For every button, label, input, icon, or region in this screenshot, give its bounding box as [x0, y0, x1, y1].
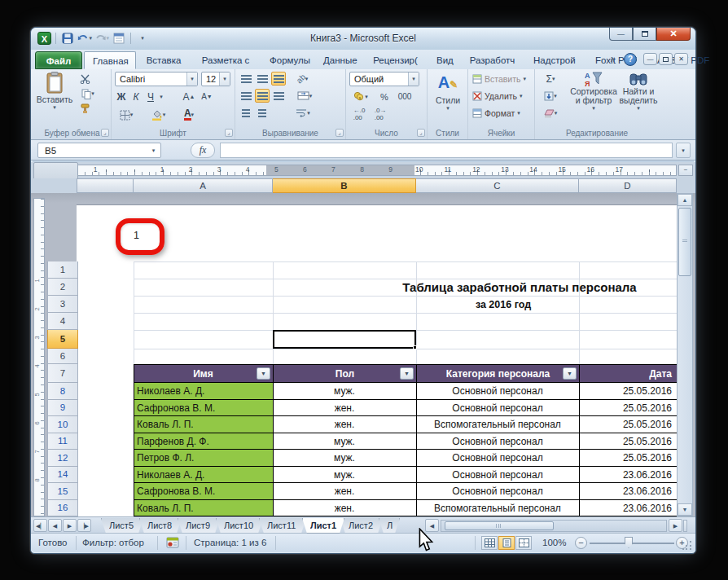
decrease-decimal-button[interactable]: .0→.00	[371, 107, 390, 121]
row-header-10[interactable]: 10	[47, 416, 78, 433]
row-header-16[interactable]: 16	[47, 500, 78, 516]
close-button[interactable]: ✕	[656, 28, 691, 41]
currency-button[interactable]: s▾	[349, 90, 372, 103]
column-header-D[interactable]: D	[579, 178, 677, 193]
cell-date-15[interactable]: 23.06.2016	[579, 483, 677, 499]
zoom-out-button[interactable]: −	[575, 537, 587, 549]
align-bottom-button[interactable]	[271, 72, 286, 86]
row-header-3[interactable]: 3	[47, 296, 78, 313]
format-painter-icon[interactable]	[77, 102, 92, 115]
cell-name-11[interactable]: Парфенов Д. Ф.	[134, 433, 273, 449]
borders-button[interactable]: ▾	[115, 108, 138, 122]
page-break-view-button[interactable]	[515, 536, 532, 550]
tab-разметка-с[interactable]: Разметка с	[191, 51, 260, 69]
row-header-1[interactable]: 1	[47, 261, 78, 279]
underline-button[interactable]: Ч	[144, 90, 157, 103]
sheet-tab-лист10[interactable]: Лист10	[216, 518, 263, 534]
table-header-category[interactable]: Категория персонала▼	[416, 365, 579, 382]
comma-style-button[interactable]: 000	[393, 90, 416, 103]
sheet-tab-лист11[interactable]: Лист11	[259, 518, 306, 534]
restore-button[interactable]	[633, 28, 656, 41]
tab-split-handle[interactable]	[683, 520, 687, 532]
align-right-button[interactable]	[271, 89, 286, 103]
cell-name-10[interactable]: Коваль Л. П.	[134, 416, 273, 433]
resize-grip[interactable]	[682, 540, 692, 550]
row-header-7[interactable]: 7	[47, 364, 78, 383]
bold-button[interactable]: Ж	[115, 90, 128, 103]
filter-dropdown-name[interactable]: ▼	[257, 367, 270, 380]
selected-cell-b5[interactable]	[273, 330, 416, 349]
cell-category-15[interactable]: Основной персонал	[416, 483, 579, 499]
tab-разработч[interactable]: Разработч	[461, 51, 524, 69]
zoom-slider-thumb[interactable]	[625, 537, 633, 548]
wrap-text-button[interactable]: ▾	[292, 106, 314, 120]
zoom-level[interactable]: 100%	[542, 538, 566, 547]
format-cells-button[interactable]: Формат▾	[472, 108, 520, 118]
orientation-button[interactable]: ab▾	[292, 72, 312, 86]
cell-category-10[interactable]: Вспомогательный персонал	[416, 416, 579, 433]
sheet-title-cell[interactable]: Таблица заработной платы персонала	[324, 280, 695, 294]
vertical-scrollbar[interactable]: ▲ ▼	[677, 193, 693, 516]
tab-главная[interactable]: Главная	[84, 51, 136, 69]
find-select-button[interactable]: Найти и выделить▾	[620, 71, 657, 125]
percent-button[interactable]: %	[377, 90, 392, 103]
formula-input[interactable]	[220, 143, 673, 158]
horizontal-scrollbar[interactable]	[441, 520, 667, 532]
cut-icon[interactable]	[77, 72, 92, 86]
cell-gender-15[interactable]: жен.	[273, 483, 416, 499]
tab-файл[interactable]: Файл	[35, 51, 82, 69]
clear-button[interactable]: ▾	[538, 107, 563, 120]
cell-name-16[interactable]: Коваль Л. П.	[134, 500, 273, 516]
row-header-11[interactable]: 11	[47, 433, 78, 450]
cell-category-16[interactable]: Вспомогательный персонал	[416, 500, 579, 516]
delete-cells-button[interactable]: Удалить▾	[472, 91, 523, 101]
cell-category-11[interactable]: Основной персонал	[416, 433, 579, 449]
horizontal-ruler[interactable]: 11234567891011121314151617	[77, 165, 677, 176]
row-header-12[interactable]: 12	[47, 450, 78, 467]
cell-date-16[interactable]: 23.06.2016	[579, 500, 677, 516]
cell-category-12[interactable]: Основной персонал	[416, 450, 579, 466]
sheet-tab-лист5[interactable]: Лист5	[101, 518, 143, 534]
sheet-tab-л[interactable]: Л	[379, 518, 400, 534]
cell-date-12[interactable]: 25.05.2016	[579, 450, 677, 466]
last-sheet-button[interactable]: ▕▶	[77, 519, 91, 532]
tab-надстрой[interactable]: Надстрой	[525, 51, 583, 69]
font-name-combo[interactable]: Calibri▾	[115, 72, 198, 86]
fill-button[interactable]: ▾	[538, 90, 563, 103]
decrease-indent-button[interactable]	[239, 106, 253, 120]
clipboard-dialog-launcher[interactable]: ⌟	[101, 129, 109, 137]
cell-gender-11[interactable]: муж.	[273, 433, 416, 449]
normal-view-button[interactable]	[481, 536, 498, 550]
first-sheet-button[interactable]: ◀▏	[33, 519, 47, 532]
align-top-button[interactable]	[239, 72, 253, 86]
underline-dropdown[interactable]: ▾	[157, 90, 165, 103]
alignment-dialog-launcher[interactable]: ⌟	[335, 129, 344, 137]
row-header-4[interactable]: 4	[47, 313, 78, 330]
cell-date-9[interactable]: 25.05.2016	[579, 400, 677, 415]
cell-name-14[interactable]: Николаев А. Д.	[134, 467, 273, 482]
scroll-down-button[interactable]: ▼	[678, 503, 692, 516]
cell-date-10[interactable]: 25.05.2016	[579, 416, 677, 433]
filter-dropdown-category[interactable]: ▼	[563, 367, 577, 380]
cell-name-8[interactable]: Николаев А. Д.	[134, 383, 273, 399]
cell-gender-10[interactable]: жен.	[273, 416, 416, 433]
sheet-tab-лист9[interactable]: Лист9	[178, 518, 220, 534]
hscroll-right-button[interactable]: ▶	[669, 519, 682, 532]
tab-вид[interactable]: Вид	[428, 51, 459, 69]
column-header-A[interactable]: A	[134, 178, 273, 193]
grow-font-button[interactable]: А▲	[182, 90, 196, 103]
align-middle-button[interactable]	[255, 72, 270, 86]
row-header-8[interactable]: 8	[47, 383, 78, 400]
tab-формулы[interactable]: Формулы	[261, 51, 314, 69]
row-header-9[interactable]: 9	[47, 400, 78, 416]
scroll-up-button[interactable]: ▲	[678, 194, 692, 206]
workbook-minimize-button[interactable]: —	[643, 53, 657, 65]
workbook-restore-button[interactable]	[659, 53, 673, 65]
merge-center-button[interactable]: ▾	[292, 89, 317, 103]
row-header-14[interactable]: 14	[47, 467, 78, 483]
number-dialog-launcher[interactable]: ⌟	[417, 129, 425, 137]
table-header-date[interactable]: Дата	[579, 365, 677, 382]
name-box-dropdown[interactable]: ▾	[148, 145, 159, 156]
sheet-tab-лист8[interactable]: Лист8	[139, 518, 182, 534]
tab-данные[interactable]: Данные	[315, 51, 362, 69]
